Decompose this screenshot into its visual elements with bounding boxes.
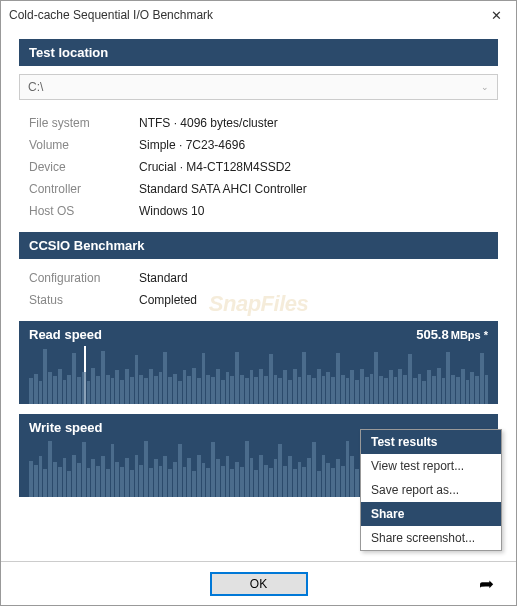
chart-bar bbox=[144, 378, 148, 404]
chart-bar bbox=[72, 353, 76, 404]
chart-bar bbox=[115, 462, 119, 497]
chart-bar bbox=[298, 462, 302, 497]
share-icon[interactable]: ➦ bbox=[479, 573, 494, 595]
info-value: Simple · 7C23-4696 bbox=[139, 138, 245, 152]
chart-bar bbox=[259, 369, 263, 404]
chart-bar bbox=[192, 471, 196, 497]
chart-bar bbox=[403, 375, 407, 404]
chart-bar bbox=[355, 380, 359, 404]
ok-button[interactable]: OK bbox=[210, 572, 308, 596]
read-speed-label: Read speed bbox=[29, 327, 102, 342]
location-path: C:\ bbox=[28, 80, 43, 94]
chart-bar bbox=[312, 442, 316, 497]
read-speed-value: 505.8MBps * bbox=[416, 327, 488, 342]
info-label: Volume bbox=[29, 138, 139, 152]
chart-bar bbox=[43, 469, 47, 497]
chart-bar bbox=[206, 375, 210, 404]
info-value: NTFS · 4096 bytes/cluster bbox=[139, 116, 278, 130]
chart-bar bbox=[53, 376, 57, 404]
chart-bar bbox=[29, 378, 33, 404]
menu-share-screenshot[interactable]: Share screenshot... bbox=[361, 526, 501, 550]
chart-bar bbox=[139, 465, 143, 497]
chart-bar bbox=[144, 441, 148, 497]
chart-bar bbox=[240, 467, 244, 497]
chart-bar bbox=[34, 465, 38, 497]
info-value: Completed bbox=[139, 293, 197, 307]
chart-bar bbox=[312, 378, 316, 404]
close-icon[interactable]: ✕ bbox=[484, 3, 508, 27]
chart-bar bbox=[485, 375, 488, 404]
chart-bar bbox=[197, 378, 201, 404]
chart-bar bbox=[159, 372, 163, 404]
chart-bar bbox=[418, 374, 422, 404]
chart-bar bbox=[288, 380, 292, 404]
chart-bar bbox=[48, 372, 52, 404]
chart-bar bbox=[48, 441, 52, 497]
chart-bar bbox=[130, 470, 134, 497]
chart-bar bbox=[96, 376, 100, 404]
read-speed-panel: Read speed 505.8MBps * bbox=[19, 321, 498, 404]
chart-bar bbox=[269, 354, 273, 404]
chart-bar bbox=[360, 369, 364, 404]
chart-bar bbox=[245, 378, 249, 404]
chart-bar bbox=[437, 368, 441, 404]
chart-bar bbox=[374, 352, 378, 404]
chart-bar bbox=[274, 459, 278, 497]
chart-bar bbox=[87, 468, 91, 497]
chart-bar bbox=[154, 459, 158, 497]
chart-bar bbox=[302, 352, 306, 404]
chart-bar bbox=[307, 458, 311, 497]
chart-bar bbox=[283, 370, 287, 404]
chart-bar bbox=[120, 380, 124, 404]
chart-bar bbox=[475, 376, 479, 404]
chart-bar bbox=[163, 352, 167, 404]
chart-bar bbox=[130, 377, 134, 404]
info-label: Host OS bbox=[29, 204, 139, 218]
info-row: ConfigurationStandard bbox=[19, 267, 498, 289]
chart-bar bbox=[341, 375, 345, 404]
menu-view-report[interactable]: View test report... bbox=[361, 454, 501, 478]
chart-bar bbox=[125, 369, 129, 404]
info-row: File systemNTFS · 4096 bytes/cluster bbox=[19, 112, 498, 134]
chart-bar bbox=[394, 377, 398, 404]
menu-save-report[interactable]: Save report as... bbox=[361, 478, 501, 502]
chart-bar bbox=[326, 372, 330, 404]
chart-bar bbox=[82, 442, 86, 497]
chart-bar bbox=[341, 466, 345, 497]
chart-bar bbox=[111, 444, 115, 497]
chart-bar bbox=[39, 456, 43, 497]
chart-bar bbox=[43, 349, 47, 404]
chart-bar bbox=[480, 353, 484, 404]
info-value: Crucial · M4-CT128M4SSD2 bbox=[139, 160, 291, 174]
chart-bar bbox=[58, 369, 62, 404]
info-row: DeviceCrucial · M4-CT128M4SSD2 bbox=[19, 156, 498, 178]
chart-bar bbox=[235, 352, 239, 404]
chart-bar bbox=[226, 456, 230, 497]
chart-bar bbox=[389, 370, 393, 404]
chart-bar bbox=[77, 377, 81, 404]
chart-bar bbox=[370, 374, 374, 404]
context-menu: Test results View test report... Save re… bbox=[360, 429, 502, 551]
chart-bar bbox=[278, 444, 282, 497]
chart-bar bbox=[226, 372, 230, 404]
chart-bar bbox=[168, 377, 172, 404]
chart-bar bbox=[317, 369, 321, 404]
info-row: StatusCompleted bbox=[19, 289, 498, 311]
chart-bar bbox=[211, 442, 215, 497]
chart-bar bbox=[432, 376, 436, 404]
chart-bar bbox=[331, 468, 335, 497]
chart-bar bbox=[269, 468, 273, 497]
chart-bar bbox=[178, 444, 182, 497]
chart-bar bbox=[446, 352, 450, 404]
chart-bar bbox=[235, 462, 239, 497]
chart-bar bbox=[413, 378, 417, 404]
location-dropdown[interactable]: C:\ ⌄ bbox=[19, 74, 498, 100]
info-label: Configuration bbox=[29, 271, 139, 285]
info-row: VolumeSimple · 7C23-4696 bbox=[19, 134, 498, 156]
info-value: Standard SATA AHCI Controller bbox=[139, 182, 307, 196]
chart-bar bbox=[216, 369, 220, 404]
chart-bar bbox=[408, 354, 412, 404]
chart-bar bbox=[245, 441, 249, 497]
chart-bar bbox=[168, 469, 172, 497]
chart-bar bbox=[72, 455, 76, 497]
